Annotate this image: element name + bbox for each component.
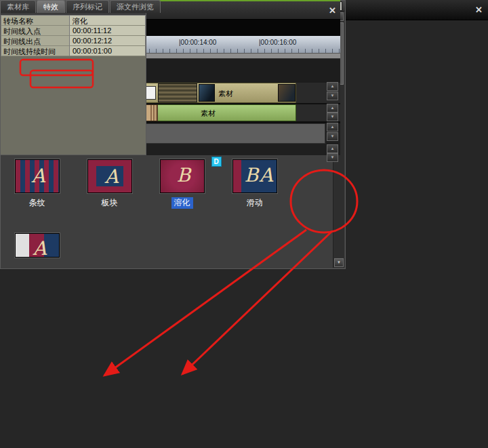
effect-thumbnail[interactable] xyxy=(15,233,60,258)
track-expand-button[interactable]: ▲ xyxy=(327,123,338,131)
timeline-close-button[interactable]: ✕ xyxy=(329,5,336,16)
effect-item-slide[interactable]: 滑动 xyxy=(232,159,277,233)
clip-thumbnail xyxy=(278,84,296,102)
info-value: 00:00:11:12 xyxy=(70,26,146,36)
info-row-timeline-in: 时间线入点 00:00:11:12 xyxy=(1,26,146,36)
information-empty-area xyxy=(1,56,146,155)
info-label: 时间线持续时间 xyxy=(1,46,70,56)
info-value: 00:00:12:12 xyxy=(70,36,146,46)
effect-thumbnail[interactable] xyxy=(87,159,132,193)
information-panel: ✕ 转场名称 溶化 时间线入点 00:00:11:12 时间线出点 00:00:… xyxy=(0,0,146,155)
info-row-transition-name: 转场名称 溶化 xyxy=(1,16,146,26)
dissolve-badge: D xyxy=(211,157,222,167)
info-label: 转场名称 xyxy=(1,16,70,26)
effect-item-dissolve[interactable]: D溶化 xyxy=(160,159,205,233)
tab-source-browser[interactable]: 源文件浏览 xyxy=(110,0,161,13)
tab-bin[interactable]: 素材库 xyxy=(0,0,36,13)
effect-label: 溶化 xyxy=(171,197,193,209)
track-expand-button[interactable]: ▲ xyxy=(327,82,338,91)
info-label: 时间线出点 xyxy=(1,36,70,46)
effect-label: 滑动 xyxy=(247,197,263,209)
ruler-timecode: |00:00:16:00 xyxy=(259,39,296,46)
info-row-timeline-duration: 时间线持续时间 00:00:01:00 xyxy=(1,46,146,56)
palette-tab-bar: 素材库 特效 序列标记 源文件浏览 xyxy=(0,0,161,13)
info-row-timeline-out: 时间线出点 00:00:12:12 xyxy=(1,36,146,46)
clip-label: 素材 xyxy=(201,108,216,119)
tab-sequence-marker[interactable]: 序列标记 xyxy=(66,0,109,13)
effect-thumbnail[interactable] xyxy=(15,159,60,193)
track-expand-button[interactable]: ▲ xyxy=(327,144,338,153)
information-table: 转场名称 溶化 时间线入点 00:00:11:12 时间线出点 00:00:12… xyxy=(1,15,146,56)
clip-label: 素材 xyxy=(218,89,233,99)
info-label: 时间线入点 xyxy=(1,26,70,36)
track-expand-button[interactable]: ▲ xyxy=(327,104,338,113)
info-value: 溶化 xyxy=(70,16,146,26)
ruler-timecode: |00:00:14:00 xyxy=(179,39,216,46)
window-close-button[interactable]: ✕ xyxy=(475,5,483,15)
effect-label: 条纹 xyxy=(29,197,45,209)
effect-thumbnail[interactable] xyxy=(232,159,277,193)
effect-label: 板块 xyxy=(102,197,118,209)
effect-item-stripes[interactable]: 条纹 xyxy=(15,159,60,233)
track-collapse-button[interactable]: ▼ xyxy=(327,91,338,100)
effect-item-blocks[interactable]: 板块 xyxy=(87,159,132,233)
edius-window: EDIUS ▾ ▾ ✕ ▾ ✕ 文件夹 xyxy=(0,0,488,448)
info-value: 00:00:01:00 xyxy=(70,46,146,56)
tab-effects[interactable]: 特效 xyxy=(37,0,65,13)
effect-item-partial[interactable] xyxy=(15,233,60,269)
transition-dissolve-2[interactable] xyxy=(158,83,197,102)
effect-thumbnail[interactable] xyxy=(160,159,205,193)
scroll-down-button[interactable]: ▼ xyxy=(334,258,344,267)
track-collapse-button[interactable]: ▼ xyxy=(327,153,338,162)
track-collapse-button[interactable]: ▼ xyxy=(327,113,338,121)
track-collapse-button[interactable]: ▼ xyxy=(327,132,338,141)
clip-thumbnail xyxy=(199,84,215,102)
